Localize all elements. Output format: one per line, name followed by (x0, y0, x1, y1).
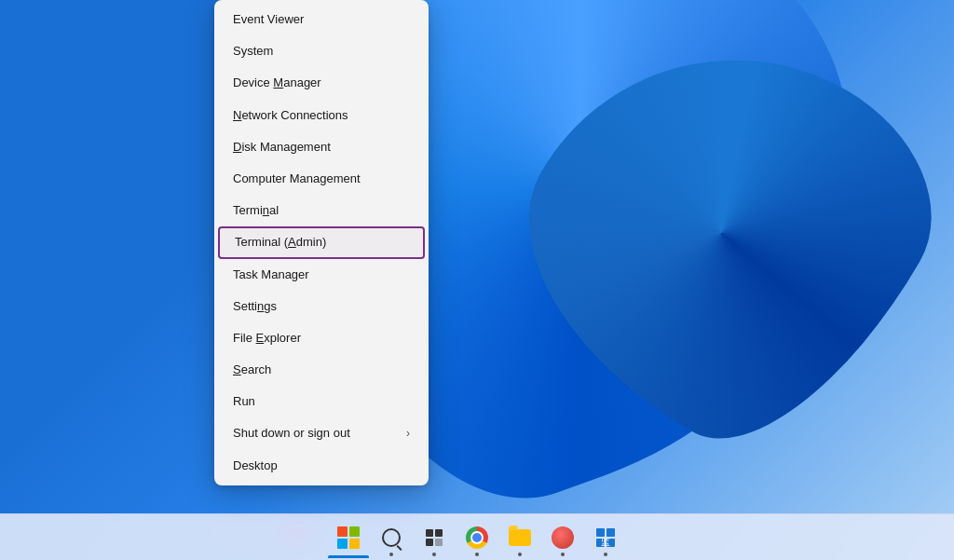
taskbar-dot-grid (604, 553, 607, 556)
task-view-button[interactable] (414, 517, 455, 558)
menu-item-terminal-admin[interactable]: Terminal (Admin) (218, 226, 425, 258)
app-red-button[interactable] (542, 517, 583, 558)
taskbar: 监 (0, 513, 954, 560)
search-icon (382, 528, 401, 547)
chrome-icon (466, 526, 488, 549)
svg-rect-6 (596, 528, 605, 537)
svg-rect-2 (426, 529, 433, 537)
taskbar-active-indicator (328, 555, 369, 558)
submenu-arrow-icon: › (406, 426, 410, 442)
menu-item-file-explorer[interactable]: File Explorer (214, 322, 429, 354)
desktop-background (0, 0, 954, 560)
menu-item-run[interactable]: Run (214, 386, 429, 417)
menu-item-device-manager[interactable]: Device Manager (214, 67, 429, 99)
menu-item-computer-management[interactable]: Computer Management (214, 163, 429, 195)
menu-item-disk-management[interactable]: Disk Management (214, 131, 429, 163)
folder-icon (509, 529, 531, 546)
menu-item-terminal[interactable]: Terminal (214, 195, 429, 226)
context-menu: Event Viewer System Device Manager Netwo… (214, 0, 429, 485)
svg-rect-3 (435, 529, 443, 537)
menu-item-task-manager[interactable]: Task Manager (214, 259, 429, 291)
svg-rect-7 (606, 528, 615, 537)
menu-item-shut-down[interactable]: Shut down or sign out › (214, 417, 429, 449)
menu-item-settings[interactable]: Settings (214, 291, 429, 322)
file-explorer-button[interactable] (499, 517, 540, 558)
menu-item-desktop[interactable]: Desktop (214, 450, 429, 482)
taskbar-dot-chrome (475, 553, 479, 556)
svg-text:监: 监 (601, 537, 610, 547)
task-view-icon (424, 527, 444, 548)
taskbar-dot-taskview (432, 553, 436, 556)
svg-rect-4 (426, 539, 433, 546)
svg-rect-5 (435, 539, 443, 546)
grid-app-icon: 监 (594, 526, 617, 549)
red-app-icon (552, 526, 574, 549)
menu-item-event-viewer[interactable]: Event Viewer (214, 4, 429, 35)
app-grid-button[interactable]: 监 (585, 517, 626, 558)
menu-item-network-connections[interactable]: Network Connections (214, 100, 429, 131)
windows-logo-icon (337, 526, 360, 549)
taskbar-dot-explorer (518, 553, 522, 556)
taskbar-dot-red (561, 553, 565, 556)
chrome-button[interactable] (457, 517, 497, 558)
start-button[interactable] (328, 517, 369, 558)
menu-item-system[interactable]: System (214, 35, 429, 67)
taskbar-search-button[interactable] (371, 517, 412, 558)
taskbar-dot-search (389, 553, 393, 556)
taskbar-icons: 监 (328, 517, 626, 558)
menu-item-search[interactable]: Search (214, 354, 429, 386)
